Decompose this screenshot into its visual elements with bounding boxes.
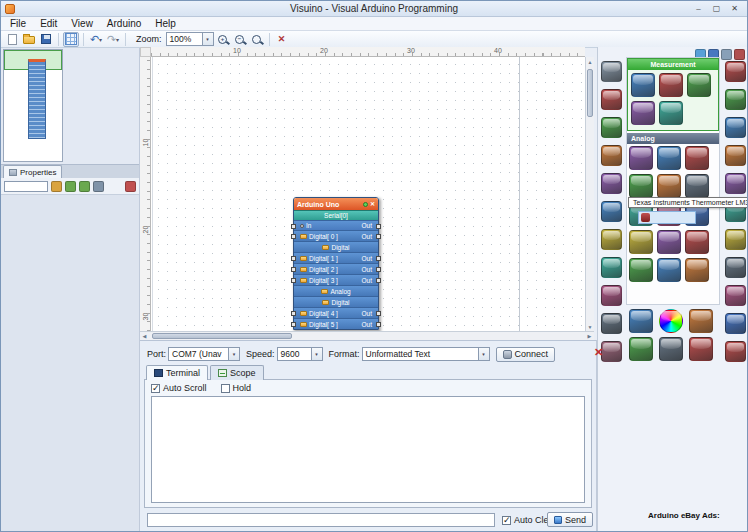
- chevron-down-icon[interactable]: [478, 348, 489, 360]
- properties-filter-input[interactable]: [4, 181, 48, 192]
- open-button[interactable]: [21, 32, 37, 47]
- terminal-output[interactable]: [151, 396, 585, 503]
- component-icon[interactable]: [629, 309, 653, 333]
- pin-icon[interactable]: [125, 181, 136, 192]
- component-icon[interactable]: [631, 73, 655, 97]
- menu-edit[interactable]: Edit: [33, 17, 64, 30]
- scroll-right-icon[interactable]: [585, 332, 594, 340]
- serial-io-row[interactable]: In Out: [294, 220, 378, 230]
- arduino-block-row[interactable]: Digital: [294, 241, 378, 252]
- component-icon[interactable]: [659, 337, 683, 361]
- component-icon[interactable]: [631, 101, 655, 125]
- component-icon[interactable]: [629, 337, 653, 361]
- serial-channel-row[interactable]: Serial[0]: [294, 210, 378, 220]
- toolbox-category-icon[interactable]: [725, 173, 746, 194]
- sort-ascending-icon[interactable]: [65, 181, 76, 192]
- component-icon[interactable]: [685, 230, 709, 254]
- save-button[interactable]: [38, 32, 54, 47]
- input-pin[interactable]: [291, 278, 296, 283]
- alphabetical-view-icon[interactable]: [93, 181, 104, 192]
- speed-select[interactable]: 9600: [277, 347, 323, 361]
- arduino-block-header[interactable]: Arduino Uno: [294, 198, 378, 210]
- serial-output-pin[interactable]: [376, 224, 381, 229]
- menu-file[interactable]: File: [3, 17, 33, 30]
- component-icon[interactable]: [629, 174, 653, 198]
- input-pin[interactable]: [291, 267, 296, 272]
- arduino-block-row[interactable]: Digital[ 4 ]Out: [294, 307, 378, 318]
- output-pin[interactable]: [376, 311, 381, 316]
- block-close-icon[interactable]: [370, 201, 375, 207]
- component-icon[interactable]: [685, 258, 709, 282]
- undo-button[interactable]: [88, 32, 104, 47]
- output-pin[interactable]: [376, 256, 381, 261]
- close-button[interactable]: [726, 3, 743, 15]
- component-icon[interactable]: [657, 258, 681, 282]
- arduino-block-row[interactable]: Digital: [294, 296, 378, 307]
- toolbox-category-icon[interactable]: [725, 145, 746, 166]
- zoom-select[interactable]: 100%: [166, 32, 214, 46]
- overview-minimap[interactable]: [3, 49, 63, 162]
- toolbox-category-icon[interactable]: [601, 285, 622, 306]
- toolbox-category-icon[interactable]: [725, 117, 746, 138]
- redo-dropdown-icon[interactable]: [116, 36, 119, 43]
- measurement-category-header[interactable]: Measurement: [628, 59, 718, 70]
- zoom-out-button[interactable]: [232, 32, 248, 47]
- auto-scroll-checkbox[interactable]: Auto Scroll: [151, 383, 207, 393]
- component-icon[interactable]: [687, 73, 711, 97]
- canvas-vertical-scrollbar[interactable]: [585, 57, 594, 331]
- component-icon[interactable]: [689, 337, 713, 361]
- filter-icon[interactable]: [51, 181, 62, 192]
- toolbox-category-icon[interactable]: [601, 229, 622, 250]
- menu-arduino[interactable]: Arduino: [100, 17, 148, 30]
- toolbox-category-icon[interactable]: [601, 89, 622, 110]
- hold-checkbox[interactable]: Hold: [221, 383, 252, 393]
- toolbox-category-icon[interactable]: [601, 145, 622, 166]
- input-pin[interactable]: [291, 234, 296, 239]
- horizontal-scroll-thumb[interactable]: [152, 333, 292, 339]
- toolbox-category-icon[interactable]: [601, 201, 622, 222]
- component-icon[interactable]: [659, 73, 683, 97]
- arduino-block-row[interactable]: Analog: [294, 285, 378, 296]
- component-icon[interactable]: [685, 174, 709, 198]
- input-pin[interactable]: [291, 322, 296, 327]
- serial-input-pin[interactable]: [291, 224, 296, 229]
- component-icon[interactable]: [629, 230, 653, 254]
- maximize-button[interactable]: [708, 3, 725, 15]
- scroll-left-icon[interactable]: [140, 332, 149, 340]
- toolbox-category-icon[interactable]: [725, 229, 746, 250]
- output-pin[interactable]: [376, 322, 381, 327]
- arduino-block-row[interactable]: Digital[ 1 ]Out: [294, 252, 378, 263]
- toolbox-category-icon[interactable]: [601, 257, 622, 278]
- component-icon[interactable]: [657, 146, 681, 170]
- tab-scope[interactable]: Scope: [210, 365, 264, 380]
- component-icon[interactable]: [659, 309, 683, 333]
- chevron-down-icon[interactable]: [228, 348, 239, 360]
- output-pin[interactable]: [376, 278, 381, 283]
- toolbox-category-icon[interactable]: [725, 89, 746, 110]
- component-icon[interactable]: [657, 174, 681, 198]
- disconnect-button[interactable]: [592, 346, 605, 359]
- menu-help[interactable]: Help: [148, 17, 183, 30]
- grid-toggle-button[interactable]: [63, 32, 79, 47]
- toolbox-category-icon[interactable]: [725, 257, 746, 278]
- scroll-down-icon[interactable]: [586, 322, 594, 331]
- arduino-block-row[interactable]: Digital[ 0 ]Out: [294, 230, 378, 241]
- arduino-block-row[interactable]: Digital[ 3 ]Out: [294, 274, 378, 285]
- toolbox-category-icon[interactable]: [725, 285, 746, 306]
- arduino-block-row[interactable]: Digital[ 5 ]Out: [294, 318, 378, 329]
- categorized-view-icon[interactable]: [79, 181, 90, 192]
- vertical-scroll-thumb[interactable]: [587, 69, 593, 117]
- format-select[interactable]: Unformatted Text: [362, 347, 490, 361]
- toolbox-category-icon[interactable]: [601, 173, 622, 194]
- canvas-horizontal-scrollbar[interactable]: [140, 331, 594, 340]
- port-select[interactable]: COM7 (Unav: [168, 347, 240, 361]
- tab-properties[interactable]: Properties: [3, 165, 62, 179]
- menu-view[interactable]: View: [64, 17, 100, 30]
- toolbox-category-icon[interactable]: [601, 313, 622, 334]
- new-button[interactable]: [4, 32, 20, 47]
- component-icon[interactable]: [689, 309, 713, 333]
- tab-terminal[interactable]: Terminal: [146, 365, 208, 380]
- analog-category-header[interactable]: Analog: [627, 133, 719, 144]
- output-pin[interactable]: [376, 267, 381, 272]
- undo-dropdown-icon[interactable]: [99, 36, 102, 43]
